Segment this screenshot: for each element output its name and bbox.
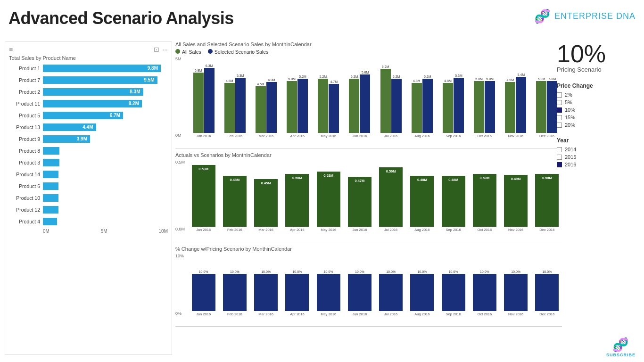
month-group: 10.0%Jul 2016 xyxy=(376,270,406,316)
bar-row: Product 3 xyxy=(9,158,168,167)
price-option[interactable]: 20% xyxy=(557,122,639,128)
bar-val-label: 10.0% xyxy=(355,270,364,273)
month-group: 10.0%Mar 2016 xyxy=(251,270,281,316)
month-label: Jun 2016 xyxy=(352,228,367,232)
bar-rect: 0.56M xyxy=(379,167,403,227)
bar-fill: 3.9M xyxy=(43,135,90,143)
year-title: Year xyxy=(557,137,639,144)
bar-row: Product 79.5M xyxy=(9,75,168,85)
year-option-label: 2016 xyxy=(565,162,576,167)
blue-val: 5.0M xyxy=(549,77,556,81)
month-group: 4.8M5.3MSep 2016 xyxy=(438,74,468,138)
price-checkbox[interactable] xyxy=(557,107,562,113)
bar-fill xyxy=(43,218,57,225)
bar-track xyxy=(43,194,168,202)
year-checkbox[interactable] xyxy=(557,155,562,160)
bar-val-label: 10.0% xyxy=(199,270,208,273)
price-option[interactable]: 2% xyxy=(557,92,639,98)
subscribe-dna-icon: 🧬 xyxy=(606,337,636,353)
bar-label: Product 11 xyxy=(9,101,43,107)
month-label: Apr 2016 xyxy=(290,134,304,138)
bar-fill xyxy=(43,147,59,155)
month-label: Mar 2016 xyxy=(258,312,273,316)
price-option[interactable]: 10% xyxy=(557,107,639,113)
bar-inside-label: 0.48M xyxy=(410,178,434,182)
price-option-label: 20% xyxy=(565,122,575,128)
month-label: Mar 2016 xyxy=(259,134,274,138)
month-label: Nov 2016 xyxy=(508,134,523,138)
subscribe-area: 🧬 SUBSCRIBE xyxy=(606,337,636,357)
bar-val-label: 10.0% xyxy=(261,270,271,273)
month-label: Nov 2016 xyxy=(508,228,523,232)
price-option[interactable]: 5% xyxy=(557,99,639,105)
chart1-legend: All Sales Selected Scenario Sales xyxy=(175,49,562,55)
price-options: 2%5%10%15%20% xyxy=(557,92,639,128)
bar-fill xyxy=(43,171,58,178)
price-checkbox[interactable] xyxy=(557,115,562,120)
year-option[interactable]: 2014 xyxy=(557,147,639,152)
month-group: 10.0%Feb 2016 xyxy=(220,270,249,316)
bar-fill: 8.2M xyxy=(43,100,142,107)
bar-div: 0.48M xyxy=(442,176,465,227)
month-label: Jul 2016 xyxy=(384,228,397,232)
blue-val: 5.2M xyxy=(424,75,431,78)
bar-val-label: 10.0% xyxy=(417,270,427,273)
scenario-sales-dot xyxy=(208,49,213,54)
month-label: May 2016 xyxy=(321,134,336,138)
more-icon[interactable]: ··· xyxy=(162,46,168,53)
bar-div: 0.49M xyxy=(504,175,528,227)
expand-icon[interactable]: ⊡ xyxy=(154,46,159,53)
price-checkbox[interactable] xyxy=(557,92,562,98)
bar-rect xyxy=(254,274,278,311)
bar-rect: 0.50M xyxy=(473,174,496,227)
right-panel: 10% Pricing Scenario Price Change 2%5%10… xyxy=(557,41,639,169)
blue-val: 5.6M xyxy=(362,71,369,74)
logo-light: DNA xyxy=(616,11,636,21)
year-option[interactable]: 2016 xyxy=(557,162,639,167)
green-val: 4.8M xyxy=(226,79,233,82)
month-group: 10.0%May 2016 xyxy=(314,270,343,316)
bar-rect xyxy=(410,274,434,311)
bar-row: Product 93.9M xyxy=(9,134,168,144)
legend-all-sales: All Sales xyxy=(175,49,201,55)
y-label-top: 10% xyxy=(175,254,184,258)
blue-col: 5.4M xyxy=(516,73,526,133)
bar-val-label: 10.0% xyxy=(449,270,458,273)
month-label: Feb 2016 xyxy=(227,228,242,232)
month-group: 5.8M6.3MJan 2016 xyxy=(189,64,219,138)
axis-label: 10M xyxy=(159,229,168,234)
month-label: Jul 2016 xyxy=(384,312,397,316)
year-checkbox[interactable] xyxy=(557,162,562,167)
green-col: 5.0M xyxy=(536,77,546,133)
bar-inside-label: 0.50M xyxy=(535,176,559,180)
bar-val-label: 10.0% xyxy=(511,270,520,273)
bar-track xyxy=(43,171,168,178)
month-group: 10.0%Dec 2016 xyxy=(532,270,562,316)
bar-fill xyxy=(43,159,59,166)
month-group: 0.50MDec 2016 xyxy=(532,174,562,232)
month-label: Feb 2016 xyxy=(227,312,242,316)
bar-label: Product 1 xyxy=(9,66,43,71)
bar-div: 10.0% xyxy=(223,270,247,311)
chart2-title: Actuals vs Scenarios by MonthinCalendar xyxy=(175,152,562,158)
month-bars: 5.8M6.3M xyxy=(189,64,219,133)
blue-col: 4.7M xyxy=(329,80,339,133)
price-checkbox[interactable] xyxy=(557,100,562,105)
month-label: Apr 2016 xyxy=(290,228,304,232)
year-option[interactable]: 2015 xyxy=(557,154,639,160)
price-checkbox[interactable] xyxy=(557,123,562,128)
blue-bar xyxy=(547,81,557,133)
month-label: Oct 2016 xyxy=(478,312,492,316)
bar-row: Product 6 xyxy=(9,181,168,191)
blue-col: 6.3M xyxy=(204,64,215,133)
bar-inside-label: 0.50M xyxy=(285,176,309,180)
green-val: 4.5M xyxy=(257,82,264,86)
bar-div: 10.0% xyxy=(379,270,403,311)
price-option[interactable]: 15% xyxy=(557,115,639,120)
panel-icons[interactable]: ⊡ ··· xyxy=(154,46,168,53)
blue-bar xyxy=(235,78,246,133)
price-option-label: 5% xyxy=(565,99,572,105)
bar-div: 0.50M xyxy=(473,174,496,227)
year-checkbox[interactable] xyxy=(557,147,562,152)
logo-text: ENTERPRISE DNA xyxy=(554,11,636,21)
